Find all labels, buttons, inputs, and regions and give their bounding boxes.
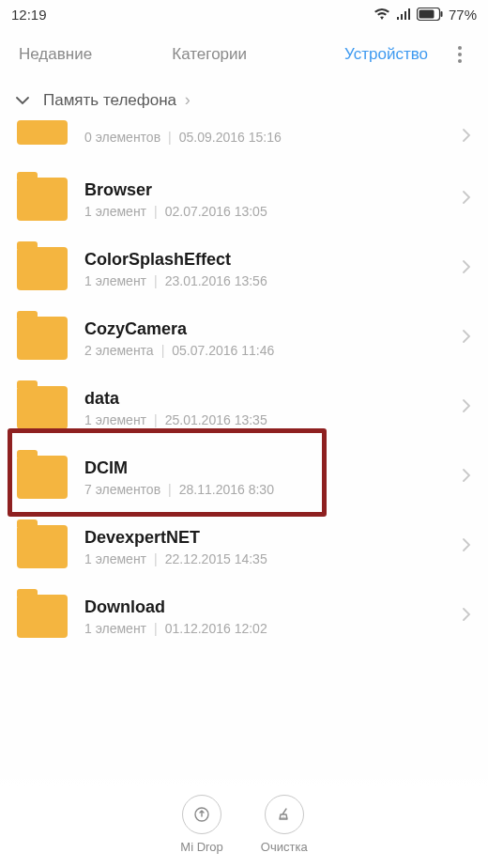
item-body: ColorSplashEffect1 элемент|23.01.2016 13…	[84, 250, 462, 288]
chevron-right-icon	[462, 397, 471, 418]
folder-name: data	[84, 389, 462, 409]
battery-percent: 77%	[449, 7, 477, 23]
folder-date: 22.12.2015 14:35	[165, 551, 267, 566]
chevron-right-icon	[462, 467, 471, 488]
item-body: CozyCamera2 элемента|05.07.2016 11:46	[84, 319, 462, 358]
list-item[interactable]: Browser1 элемент|02.07.2016 13:05	[0, 164, 488, 234]
list-item[interactable]: DevexpertNET1 элемент|22.12.2015 14:35	[0, 512, 488, 581]
status-indicators: 77%	[374, 7, 477, 23]
chevron-right-icon	[462, 189, 471, 209]
breadcrumb-label: Память телефона	[43, 91, 176, 109]
meta-separator: |	[168, 482, 172, 497]
folder-name: DevexpertNET	[84, 528, 462, 548]
folder-count: 7 элементов	[84, 482, 160, 497]
list-item[interactable]: ColorSplashEffect1 элемент|23.01.2016 13…	[0, 234, 488, 303]
folder-icon	[17, 525, 68, 568]
clean-button[interactable]: Очистка	[261, 795, 308, 868]
folder-count: 1 элемент	[84, 273, 146, 288]
list-item[interactable]: data1 элемент|25.01.2016 13:35	[0, 373, 488, 442]
folder-icon	[17, 595, 68, 638]
folder-meta: 1 элемент|01.12.2016 12:02	[84, 621, 462, 636]
folder-count: 1 элемент	[84, 412, 146, 427]
meta-separator: |	[154, 412, 158, 427]
status-time: 12:19	[11, 7, 47, 23]
folder-list: 0 элементов|05.09.2016 15:16Browser1 эле…	[0, 123, 488, 651]
chevron-right-icon: ›	[185, 90, 191, 109]
item-body: 0 элементов|05.09.2016 15:16	[84, 130, 462, 145]
folder-count: 1 элемент	[84, 204, 146, 219]
item-body: Download1 элемент|01.12.2016 12:02	[84, 597, 462, 636]
folder-date: 23.01.2016 13:56	[165, 273, 267, 288]
chevron-right-icon	[462, 606, 471, 627]
folder-meta: 1 элемент|22.12.2015 14:35	[84, 551, 462, 566]
signal-icon	[396, 8, 411, 21]
item-body: DevexpertNET1 элемент|22.12.2015 14:35	[84, 528, 462, 566]
wifi-icon	[374, 8, 390, 21]
clean-label: Очистка	[261, 840, 308, 854]
meta-separator: |	[154, 273, 158, 288]
meta-separator: |	[154, 621, 158, 636]
meta-separator: |	[154, 551, 158, 566]
chevron-right-icon	[462, 127, 471, 147]
folder-icon	[17, 386, 68, 429]
tab-recent[interactable]: Недавние	[19, 38, 130, 71]
folder-date: 02.07.2016 13:05	[165, 204, 267, 219]
chevron-right-icon	[462, 328, 471, 349]
item-body: Browser1 элемент|02.07.2016 13:05	[84, 180, 462, 219]
folder-meta: 2 элемента|05.07.2016 11:46	[84, 343, 462, 358]
folder-meta: 1 элемент|25.01.2016 13:35	[84, 412, 462, 427]
tab-device[interactable]: Устройство	[288, 38, 428, 71]
svg-rect-2	[419, 10, 434, 19]
folder-date: 05.07.2016 11:46	[172, 343, 274, 358]
midrop-label: Mi Drop	[180, 840, 223, 854]
meta-separator: |	[154, 204, 158, 219]
bottom-toolbar: Mi Drop Очистка	[0, 787, 488, 868]
meta-separator: |	[168, 130, 172, 145]
folder-date: 05.09.2016 15:16	[179, 130, 282, 145]
list-item[interactable]: Download1 элемент|01.12.2016 12:02	[0, 581, 488, 651]
folder-name: Browser	[84, 180, 462, 200]
status-bar: 12:19 77%	[0, 0, 488, 28]
chevron-right-icon	[462, 536, 471, 557]
folder-count: 0 элементов	[84, 130, 160, 145]
overflow-menu-icon[interactable]	[450, 46, 469, 63]
folder-date: 01.12.2016 12:02	[165, 621, 267, 636]
folder-meta: 7 элементов|28.11.2016 8:30	[84, 482, 462, 497]
folder-icon	[17, 247, 68, 290]
folder-icon	[17, 120, 68, 145]
folder-meta: 1 элемент|23.01.2016 13:56	[84, 273, 462, 288]
folder-count: 1 элемент	[84, 621, 146, 636]
folder-date: 25.01.2016 13:35	[165, 412, 267, 427]
transfer-icon	[182, 795, 221, 834]
folder-name: CozyCamera	[84, 319, 462, 339]
folder-date: 28.11.2016 8:30	[179, 482, 274, 497]
list-item[interactable]: 0 элементов|05.09.2016 15:16	[0, 123, 488, 164]
item-body: data1 элемент|25.01.2016 13:35	[84, 389, 462, 427]
item-body: DCIM7 элементов|28.11.2016 8:30	[84, 458, 462, 497]
battery-icon	[417, 8, 443, 21]
list-item[interactable]: DCIM7 элементов|28.11.2016 8:30	[0, 442, 488, 512]
chevron-down-icon	[15, 91, 30, 110]
folder-icon	[17, 178, 68, 221]
folder-icon	[17, 317, 68, 360]
folder-meta: 0 элементов|05.09.2016 15:16	[84, 130, 462, 145]
meta-separator: |	[161, 343, 165, 358]
midrop-button[interactable]: Mi Drop	[180, 795, 223, 868]
folder-count: 2 элемента	[84, 343, 154, 358]
breadcrumb[interactable]: Память телефона ›	[0, 81, 488, 123]
broom-icon	[265, 795, 304, 834]
list-item[interactable]: CozyCamera2 элемента|05.07.2016 11:46	[0, 303, 488, 373]
folder-icon	[17, 456, 68, 499]
svg-rect-1	[440, 11, 442, 17]
folder-name: Download	[84, 597, 462, 617]
fade-edge	[0, 770, 488, 787]
folder-name: DCIM	[84, 458, 462, 478]
tab-bar: Недавние Категории Устройство	[0, 28, 488, 81]
folder-name: ColorSplashEffect	[84, 250, 462, 270]
chevron-right-icon	[462, 258, 471, 279]
tab-categories[interactable]: Категории	[140, 38, 280, 71]
folder-count: 1 элемент	[84, 551, 146, 566]
folder-meta: 1 элемент|02.07.2016 13:05	[84, 204, 462, 219]
